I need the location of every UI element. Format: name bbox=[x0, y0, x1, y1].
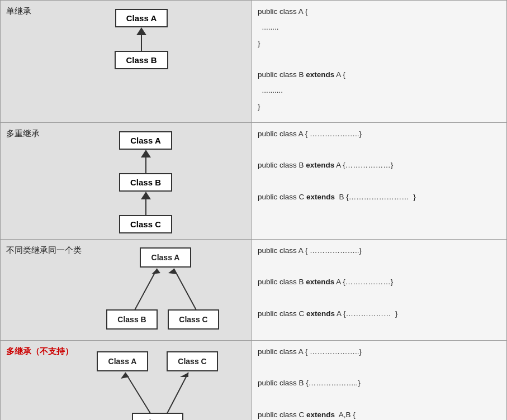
code3-line3: public class B extends A {………………} bbox=[258, 276, 501, 288]
row4-svg: Class A Class C Class B bbox=[94, 346, 229, 420]
code4-line4 bbox=[258, 394, 501, 405]
code4-line3: public class B {………………..} bbox=[258, 378, 501, 389]
row4-label: 多继承（不支持） bbox=[6, 346, 73, 357]
row3-right: public class A { ………………..} public class … bbox=[252, 239, 507, 340]
row4-right: public class A { ………………..} public class … bbox=[252, 340, 507, 420]
svg-line-2 bbox=[135, 269, 157, 310]
code1-line7: } bbox=[258, 101, 501, 112]
svg-marker-3 bbox=[151, 269, 160, 274]
arrowhead2a bbox=[141, 150, 151, 157]
svg-text:Class A: Class A bbox=[151, 253, 180, 262]
arrowline1 bbox=[141, 35, 142, 51]
class-box-B2: Class B bbox=[119, 173, 172, 192]
svg-text:Class A: Class A bbox=[108, 357, 136, 366]
code1-line2: ........ bbox=[258, 22, 501, 33]
svg-line-16 bbox=[125, 373, 150, 413]
code1-line1: public class A { bbox=[258, 6, 501, 17]
arrowhead2b bbox=[141, 192, 151, 199]
code2-line5: public class C extends B {…………………… } bbox=[258, 192, 501, 203]
code4-line2 bbox=[258, 362, 501, 373]
code3-line5: public class C extends A {……………… } bbox=[258, 308, 501, 319]
arrowhead1 bbox=[136, 27, 146, 35]
code2-line4 bbox=[258, 176, 501, 187]
row3-svg: Class A Class B Class C bbox=[104, 245, 227, 335]
code1-line3: } bbox=[258, 38, 501, 49]
row2-diagram: Class A Class B Class C bbox=[45, 128, 246, 233]
code2-line3: public class B extends A {………………} bbox=[258, 160, 501, 171]
svg-text:Class C: Class C bbox=[178, 357, 206, 366]
code2-line2 bbox=[258, 144, 501, 155]
row1-right: public class A { ........ } public class… bbox=[252, 1, 507, 123]
row1-label: 单继承 bbox=[6, 6, 31, 17]
code3-line2 bbox=[258, 261, 501, 272]
code1-line5: public class B extends A { bbox=[258, 69, 501, 80]
row4-diagram: Class A Class C Class B bbox=[77, 346, 246, 420]
row2-label: 多重继承 bbox=[6, 128, 40, 139]
code4-line5: public class C extends A,B { bbox=[258, 409, 501, 420]
svg-line-18 bbox=[167, 373, 188, 413]
class-box-B1: Class B bbox=[115, 51, 168, 69]
code2-line1: public class A { ………………..} bbox=[258, 128, 501, 140]
class-box-C2: Class C bbox=[119, 215, 172, 233]
row1-left: 单继承 Class A Class B bbox=[1, 1, 252, 123]
code1-line4 bbox=[258, 54, 501, 65]
row4-left: 多继承（不支持） Class A Class C Class B bbox=[1, 340, 252, 420]
code3-line4 bbox=[258, 293, 501, 304]
svg-marker-19 bbox=[180, 373, 188, 377]
code1-line6: .......... bbox=[258, 85, 501, 96]
row3-left: 不同类继承同一个类 Class A bbox=[1, 239, 252, 340]
row3-diagram: Class A Class B Class C bbox=[85, 245, 246, 335]
svg-line-4 bbox=[174, 269, 196, 310]
code3-line1: public class A { ………………..} bbox=[258, 245, 501, 256]
class-box-A1: Class A bbox=[115, 9, 168, 27]
row2-right: public class A { ………………..} public class … bbox=[252, 122, 507, 239]
arrow2b bbox=[141, 192, 151, 215]
svg-text:Class C: Class C bbox=[179, 315, 207, 324]
row3-label: 不同类继承同一个类 bbox=[6, 245, 82, 256]
code4-line1: public class A { ………………..} bbox=[258, 346, 501, 357]
arrow1 bbox=[136, 27, 146, 51]
row1-diagram: Class A Class B bbox=[37, 6, 246, 69]
arrowline2a bbox=[145, 157, 146, 173]
arrow2a bbox=[141, 150, 151, 173]
svg-text:Class B: Class B bbox=[117, 315, 146, 324]
class-box-A2: Class A bbox=[119, 131, 172, 150]
arrowline2b bbox=[145, 199, 146, 215]
row2-left: 多重继承 Class A Class B Cl bbox=[1, 122, 252, 239]
